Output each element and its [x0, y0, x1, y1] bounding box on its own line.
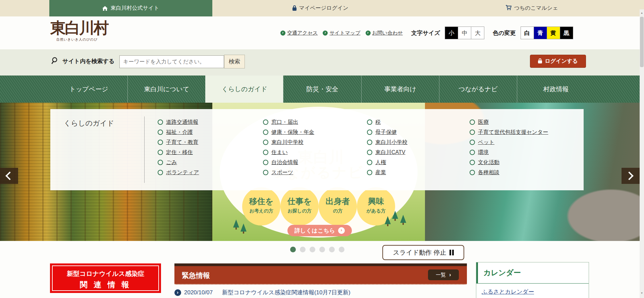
- link-sitemap[interactable]: サイトマップ: [323, 30, 360, 36]
- megamenu-item: 健康・保険・年金: [263, 127, 314, 137]
- megamenu-link-sports[interactable]: スポーツ: [271, 169, 293, 176]
- color-yellow-button[interactable]: 黄: [547, 27, 560, 39]
- circle-bullet-icon: [158, 140, 163, 145]
- carousel-next-button[interactable]: [622, 168, 640, 184]
- carousel-dot[interactable]: [329, 247, 335, 252]
- megamenu-link-environment[interactable]: 環境: [478, 149, 489, 156]
- slide-pause-button[interactable]: スライド動作 停止: [382, 245, 464, 260]
- megamenu-link-road-traffic[interactable]: 道路交通情報: [166, 119, 198, 126]
- logo-tagline: 自然いきいき人のびのび: [56, 37, 124, 42]
- nav-item-safety[interactable]: 防災・安全: [283, 76, 361, 103]
- megamenu-item: 自治会情報: [263, 157, 314, 167]
- carousel-dot[interactable]: [310, 247, 315, 252]
- megamenu-link-health-insurance[interactable]: 健康・保険・年金: [271, 129, 314, 136]
- search-button[interactable]: 検索: [224, 55, 245, 68]
- color-blue-button[interactable]: 青: [534, 27, 547, 39]
- font-size-small-button[interactable]: 小: [445, 27, 458, 39]
- scrollbar[interactable]: ▲ ▼: [640, 9, 644, 298]
- nav-item-navi[interactable]: つながるナビ: [439, 76, 517, 103]
- circle-bullet-icon: [158, 160, 163, 165]
- carousel-dot[interactable]: [339, 247, 344, 252]
- site-logo[interactable]: 東白川村 自然いきいき人のびのび: [50, 17, 124, 42]
- megamenu-column-1: 道路交通情報 福祉・介護 子育て・教育 定住・移住 ごみ ボランティア: [158, 117, 199, 178]
- megamenu-link-junior-high[interactable]: 東白川中学校: [271, 139, 304, 146]
- carousel-dot[interactable]: [290, 247, 296, 252]
- carousel-prev-button[interactable]: [0, 168, 18, 184]
- megamenu-item: ボランティア: [158, 167, 199, 178]
- tab-official-site[interactable]: 東白川村公式サイト: [49, 0, 212, 16]
- megamenu-link-housing[interactable]: 住まい: [271, 149, 288, 156]
- megamenu-item: 福祉・介護: [158, 127, 199, 137]
- carousel-dot[interactable]: [319, 247, 325, 252]
- font-size-large-button[interactable]: 大: [471, 27, 484, 39]
- nav-item-about[interactable]: 東白川について: [127, 76, 205, 103]
- megamenu-link-human-rights[interactable]: 人権: [375, 159, 386, 166]
- megamenu-link-catv[interactable]: 東白川CATV: [375, 149, 405, 156]
- circle-bullet-icon: [470, 119, 475, 125]
- tab-marche[interactable]: つちのこマルシェ: [476, 0, 587, 16]
- megamenu-link-volunteer[interactable]: ボランティア: [166, 169, 199, 176]
- promo-circle-shusshinsha[interactable]: 出身者の方: [319, 187, 357, 226]
- calendar-title: カレンダー: [483, 268, 521, 278]
- scroll-up-icon[interactable]: ▲: [640, 10, 644, 16]
- nav-item-business[interactable]: 事業者向け: [361, 76, 439, 103]
- megamenu-link-medical[interactable]: 医療: [478, 119, 489, 126]
- arrow-circle-icon: [338, 227, 345, 234]
- megamenu-link-neighborhood[interactable]: 自治会情報: [271, 159, 298, 166]
- megamenu-link-elementary[interactable]: 東白川小学校: [375, 139, 408, 146]
- megamenu-item: 定住・移住: [158, 147, 199, 157]
- megamenu-link-consultations[interactable]: 各種相談: [478, 169, 499, 176]
- megamenu-item: 子育て世代包括支援センター: [470, 127, 548, 137]
- promo-circle-iju[interactable]: 移住をお考えの方: [242, 187, 280, 226]
- megamenu-link-counter[interactable]: 窓口・届出: [271, 119, 298, 126]
- megamenu-link-culture[interactable]: 文化活動: [478, 159, 499, 166]
- lock-icon: [538, 60, 542, 63]
- circle-bullet-icon: [263, 130, 268, 135]
- tree-icon: [385, 216, 391, 224]
- color-black-button[interactable]: 黒: [560, 27, 573, 39]
- tab-mypage-login[interactable]: マイページログイン: [265, 0, 376, 16]
- news-title-link[interactable]: 新型コロナウイルス感染症関連情報(10月7日更新): [222, 289, 350, 296]
- promo-cta-button[interactable]: 詳しくはこちら: [287, 225, 352, 236]
- emergency-list-button[interactable]: 一覧: [428, 269, 459, 280]
- font-size-medium-button[interactable]: 中: [458, 27, 471, 39]
- megamenu-link-settlement[interactable]: 定住・移住: [166, 149, 193, 156]
- megamenu-link-welfare[interactable]: 福祉・介護: [166, 129, 193, 136]
- scrollbar-thumb[interactable]: [640, 17, 644, 67]
- circle-bullet-icon: [367, 140, 372, 145]
- covid-banner[interactable]: 新型コロナウイルス感染症 関 連 情 報: [50, 263, 161, 293]
- link-access[interactable]: 交通アクセス: [280, 30, 318, 36]
- chevron-left-icon: [5, 171, 14, 180]
- scroll-down-icon[interactable]: ▼: [640, 290, 644, 296]
- circle-bullet-icon: [367, 160, 372, 165]
- nav-item-living-guide[interactable]: くらしのガイド: [205, 76, 283, 103]
- promo-circle-shigoto[interactable]: 仕事をお探しの方: [280, 187, 319, 226]
- news-date: 2020/10/07: [184, 289, 213, 296]
- megamenu-link-tax[interactable]: 税: [375, 119, 381, 126]
- font-size-buttons: 小 中 大: [445, 27, 484, 39]
- megamenu-link-childcare-education[interactable]: 子育て・教育: [166, 139, 198, 146]
- logo-title: 東白川村: [50, 17, 124, 39]
- nav-item-top[interactable]: トップページ: [50, 76, 127, 103]
- calendar-widget: カレンダー ふるさとカレンダー: [476, 262, 589, 298]
- emergency-top-strip: [174, 263, 467, 266]
- megamenu-column-2: 窓口・届出 健康・保険・年金 東白川中学校 住まい 自治会情報 スポーツ: [263, 117, 314, 178]
- megamenu-link-industry[interactable]: 産業: [375, 169, 386, 176]
- circle-bullet-icon: [367, 170, 372, 175]
- megamenu-link-pets[interactable]: ペット: [478, 139, 494, 146]
- calendar-furusato-link[interactable]: ふるさとカレンダー: [482, 288, 534, 296]
- megamenu-item: 東白川CATV: [367, 147, 408, 157]
- login-button[interactable]: ログインする: [530, 55, 586, 68]
- megamenu-link-maternal-health[interactable]: 母子保健: [375, 129, 397, 136]
- megamenu-link-childcare-support-center[interactable]: 子育て世代包括支援センター: [478, 129, 548, 136]
- nav-item-government[interactable]: 村政情報: [517, 76, 595, 103]
- top-bar: 東白川村公式サイト マイページログイン つちのこマルシェ: [0, 0, 644, 16]
- font-size-label: 文字サイズ: [411, 29, 440, 37]
- chevron-circle-icon: [280, 31, 285, 36]
- megamenu-link-garbage[interactable]: ごみ: [166, 159, 177, 166]
- color-white-button[interactable]: 白: [521, 27, 534, 39]
- carousel-dot[interactable]: [300, 247, 306, 252]
- link-contact[interactable]: お問い合わせ: [366, 30, 403, 36]
- circle-bullet-icon: [263, 119, 268, 125]
- search-input[interactable]: [119, 55, 224, 68]
